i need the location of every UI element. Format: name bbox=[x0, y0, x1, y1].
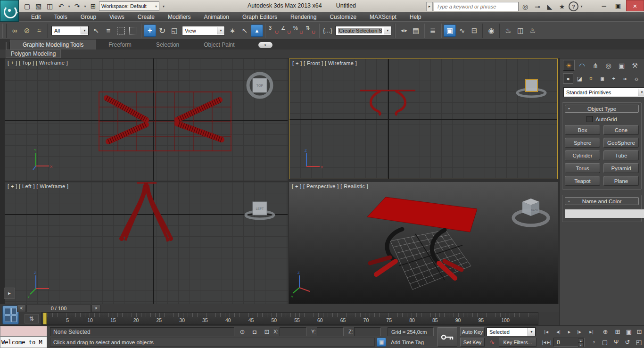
select-and-move-button[interactable]: + bbox=[144, 25, 156, 37]
tab-selection[interactable]: Selection bbox=[144, 40, 191, 50]
frame-spinner[interactable]: ▴ ▾ bbox=[578, 339, 584, 346]
subscription-key-icon[interactable]: ⊸ bbox=[532, 2, 543, 11]
rectangular-selection-region-icon[interactable] bbox=[115, 25, 127, 37]
align-icon[interactable]: ▤ bbox=[410, 25, 422, 37]
menu-maxscript[interactable]: MAXScript bbox=[363, 14, 403, 20]
search-input[interactable] bbox=[434, 2, 519, 11]
selection-status-field[interactable]: None Selected bbox=[50, 327, 234, 336]
go-to-end-button[interactable]: ►| bbox=[586, 327, 596, 336]
object-name-input[interactable] bbox=[565, 209, 644, 218]
menu-tools[interactable]: Tools bbox=[48, 14, 74, 20]
menu-group[interactable]: Group bbox=[74, 14, 103, 20]
cone-button[interactable]: Cone bbox=[603, 125, 639, 135]
viewport-top[interactable]: [ + ] [ Top ] [ Wireframe ] TOP bbox=[5, 58, 288, 181]
redo-icon[interactable]: ↷ bbox=[72, 1, 83, 11]
render-production-icon[interactable]: ♨ bbox=[527, 25, 539, 37]
systems-category-icon[interactable]: ☼ bbox=[631, 74, 642, 83]
selection-filter-dropdown[interactable]: All ▾ bbox=[51, 26, 89, 35]
rendered-frame-window-icon[interactable]: ◫ bbox=[514, 25, 527, 37]
viewport-perspective[interactable]: [ + ] [ Perspective ] [ Realistic ] bbox=[289, 182, 558, 304]
key-mode-dropdown[interactable]: Selected ▾ bbox=[487, 327, 536, 336]
pyramid-button[interactable]: Pyramid bbox=[603, 163, 639, 173]
auto-key-button[interactable]: Auto Key bbox=[460, 327, 485, 336]
select-by-name-icon[interactable]: ≡ bbox=[102, 25, 115, 37]
undo-dropdown-icon[interactable]: ▾ bbox=[67, 1, 71, 11]
tab-freeform[interactable]: Freeform bbox=[96, 40, 144, 50]
close-button[interactable]: × bbox=[626, 0, 644, 11]
open-mini-curve-editor-icon[interactable]: ⇅ bbox=[25, 314, 39, 323]
menu-create[interactable]: Create bbox=[131, 14, 161, 20]
maximize-viewport-toggle-icon[interactable]: ◰ bbox=[634, 338, 644, 347]
maxscript-mini-listener[interactable]: Welcome to M bbox=[0, 337, 47, 348]
menu-animation[interactable]: Animation bbox=[198, 14, 236, 20]
set-keys-button[interactable] bbox=[438, 327, 457, 347]
workspace-flyout-icon[interactable]: ▾ bbox=[160, 1, 167, 11]
project-folder-icon[interactable]: ⊞ bbox=[88, 1, 99, 11]
undo-icon[interactable]: ↶ bbox=[56, 1, 66, 11]
play-button[interactable]: ► bbox=[564, 327, 574, 336]
set-key-curve-icon[interactable]: ∿ bbox=[487, 338, 498, 347]
absolute-offset-mode-icon[interactable]: ⊡ bbox=[262, 327, 272, 336]
viewport-left[interactable]: [ + ] [ Left ] [ Wireframe ] LEFT ZY bbox=[5, 182, 288, 304]
workspace-dropdown[interactable]: Workspace: Default ▾ bbox=[99, 1, 159, 11]
application-menu-button[interactable]: ▾ bbox=[0, 0, 19, 22]
time-slider[interactable]: 0 / 100 bbox=[26, 305, 91, 312]
set-key-button[interactable]: Set Key bbox=[460, 338, 485, 347]
schematic-view-icon[interactable]: ⊟ bbox=[468, 25, 480, 37]
named-selection-set-dropdown[interactable]: Create Selection Se ▾ bbox=[335, 26, 391, 35]
ribbon-drag-handle[interactable] bbox=[6, 42, 10, 50]
box-button[interactable]: Box bbox=[565, 125, 600, 135]
space-warps-category-icon[interactable]: ≈ bbox=[620, 74, 630, 83]
menu-rendering[interactable]: Rendering bbox=[284, 14, 323, 20]
teapot-button[interactable]: Teapot bbox=[565, 176, 600, 186]
primitive-category-dropdown[interactable]: Standard Primitives ▾ bbox=[563, 87, 644, 97]
keyboard-override-toggle-button[interactable]: ▲ bbox=[251, 25, 263, 37]
save-file-icon[interactable]: ◫ bbox=[44, 1, 55, 11]
reference-coordinate-dropdown[interactable]: View ▾ bbox=[182, 26, 225, 35]
y-coordinate-field[interactable] bbox=[317, 327, 344, 336]
x-coordinate-field[interactable] bbox=[280, 327, 306, 336]
bind-to-space-warp-icon[interactable]: ≈ bbox=[33, 25, 45, 37]
zoom-all-icon[interactable]: ⊞ bbox=[612, 327, 623, 336]
use-pivot-center-icon[interactable]: ∗ bbox=[226, 25, 239, 37]
ribbon-minimize-icon[interactable]: ▾ bbox=[258, 42, 272, 48]
layer-manager-icon[interactable]: ≣ bbox=[427, 25, 439, 37]
go-to-start-button[interactable]: |◄ bbox=[541, 327, 552, 336]
selection-lock-icon[interactable]: ◘ bbox=[249, 327, 260, 336]
display-tab-icon[interactable]: ▣ bbox=[616, 60, 627, 71]
select-and-rotate-icon[interactable]: ↻ bbox=[156, 25, 168, 37]
utilities-tab-icon[interactable]: ⚒ bbox=[629, 60, 641, 71]
tube-button[interactable]: Tube bbox=[603, 150, 639, 160]
select-object-icon[interactable]: ↖ bbox=[90, 25, 102, 37]
open-file-icon[interactable]: ▧ bbox=[33, 1, 44, 11]
angle-snap-toggle-icon[interactable]: ∠ ∩ bbox=[280, 25, 292, 37]
help-icon[interactable]: ? bbox=[569, 1, 578, 11]
add-time-tag[interactable]: Add Time Tag bbox=[388, 338, 437, 347]
viewcube-back-face[interactable]: BACK bbox=[531, 209, 538, 212]
motion-tab-icon[interactable]: ◎ bbox=[603, 60, 614, 71]
window-crossing-toggle-icon[interactable] bbox=[127, 25, 139, 37]
viewport-label[interactable]: [ + ] [ Left ] [ Wireframe ] bbox=[8, 183, 68, 189]
sphere-button[interactable]: Sphere bbox=[565, 138, 600, 148]
autogrid-checkbox[interactable] bbox=[586, 116, 593, 122]
toggle-scene-explorer-button[interactable]: ▣ bbox=[444, 25, 456, 37]
menu-views[interactable]: Views bbox=[103, 14, 131, 20]
object-type-rollout-header[interactable]: - Object Type bbox=[565, 105, 639, 113]
viewport-front[interactable]: [ + ] [ Front ] [ Wireframe ] ZX bbox=[289, 58, 558, 179]
orbit-icon[interactable]: ↺ bbox=[622, 338, 633, 347]
previous-frame-step-icon[interactable]: < bbox=[17, 305, 26, 312]
torus-button[interactable]: Torus bbox=[565, 163, 600, 173]
panel-polygon-modeling[interactable]: Polygon Modeling bbox=[6, 50, 61, 58]
viewport-label[interactable]: [ + ] [ Perspective ] [ Realistic ] bbox=[292, 183, 368, 189]
create-tab-icon[interactable]: ☀ bbox=[563, 60, 575, 71]
cameras-category-icon[interactable]: ◙ bbox=[597, 74, 607, 83]
key-filters-button[interactable]: Key Filters... bbox=[499, 338, 537, 347]
viewport-label[interactable]: [ + ] [ Front ] [ Wireframe ] bbox=[292, 60, 357, 66]
unlink-selection-icon[interactable]: ⊘ bbox=[21, 25, 33, 37]
spinner-down-icon[interactable]: ▾ bbox=[578, 343, 584, 347]
select-and-link-icon[interactable]: ∞ bbox=[8, 25, 21, 37]
hierarchy-tab-icon[interactable]: ⋔ bbox=[589, 60, 601, 71]
name-and-color-rollout-header[interactable]: - Name and Color bbox=[565, 197, 639, 205]
isolate-toggle-button[interactable]: ▣ bbox=[377, 338, 386, 347]
zoom-extents-icon[interactable]: ▣ bbox=[624, 327, 634, 336]
